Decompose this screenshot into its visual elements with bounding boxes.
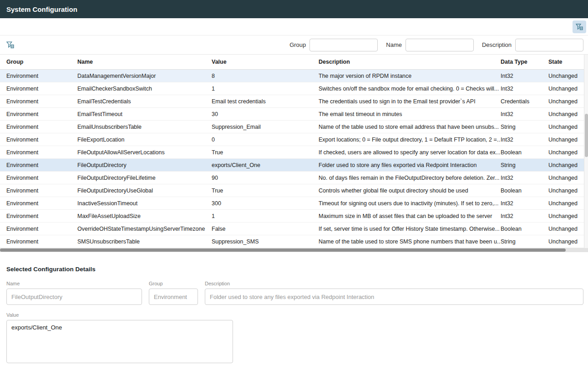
detail-name-label: Name <box>6 281 142 286</box>
detail-group-label: Group <box>149 281 198 286</box>
cell-value: 0 <box>212 137 319 143</box>
cell-name: EmailCheckerSandboxSwitch <box>77 86 212 92</box>
cell-value: exports/Client_One <box>212 162 319 168</box>
cell-group: Environment <box>6 111 77 117</box>
cell-name: SMSUnsubscribersTable <box>77 238 212 245</box>
filter-bar: Group Name Description <box>0 35 588 55</box>
cell-name: EmailTestTimeout <box>77 111 212 117</box>
column-header[interactable]: Value <box>212 59 319 65</box>
table-row[interactable]: EnvironmentFileOutputDirectoryexports/Cl… <box>0 159 588 172</box>
column-header[interactable]: State <box>548 59 583 65</box>
detail-description-input[interactable] <box>205 289 583 305</box>
detail-field-value: Value exports/Client_One <box>6 312 233 363</box>
cell-data_type: String <box>501 124 548 130</box>
cell-state: Unchanged <box>548 162 583 168</box>
cell-group: Environment <box>6 187 77 194</box>
cell-state: Unchanged <box>548 86 583 92</box>
detail-field-name: Name <box>6 281 142 305</box>
cell-data_type: Int32 <box>501 111 548 117</box>
cell-data_type: Boolean <box>501 226 548 232</box>
detail-field-description: Description <box>205 281 583 305</box>
column-header[interactable]: Name <box>77 59 212 65</box>
cell-description: Timeout for signing out users due to ina… <box>319 200 501 207</box>
cell-state: Unchanged <box>548 238 583 245</box>
table-row[interactable]: EnvironmentInactiveSessionTimeout300Time… <box>0 197 588 210</box>
cell-data_type: Int32 <box>501 73 548 79</box>
filter-funnel-icon <box>6 41 14 49</box>
detail-name-input[interactable] <box>6 289 142 305</box>
filter-group-label: Group <box>289 41 306 48</box>
table-row[interactable]: EnvironmentEmailTestTimeout30The email t… <box>0 108 588 121</box>
cell-value: 8 <box>212 73 319 79</box>
table-row[interactable]: EnvironmentOverrideOHStateTimestampUsing… <box>0 223 588 235</box>
table-row[interactable]: EnvironmentEmailTestCredentialsEmail tes… <box>0 95 588 108</box>
cell-description: Export locations; 0 = File output direct… <box>319 137 501 143</box>
cell-group: Environment <box>6 175 77 181</box>
cell-description: The credentials used to sign in to the E… <box>319 98 501 105</box>
column-header[interactable]: Data Type <box>501 59 548 65</box>
table-row[interactable]: EnvironmentMaxFileAssetUploadSize1Maximu… <box>0 210 588 223</box>
cell-name: FileOutputDirectoryUseGlobal <box>77 187 212 194</box>
vertical-scrollbar-thumb[interactable] <box>585 114 588 157</box>
cell-description: Name of the table used to store SMS phon… <box>319 238 501 245</box>
table-row[interactable]: EnvironmentDataManagementVersionMajor8Th… <box>0 70 588 82</box>
cell-state: Unchanged <box>548 137 583 143</box>
table-row[interactable]: EnvironmentFileOutputAllowAllServerLocat… <box>0 146 588 159</box>
cell-description: If checked, users are allowed to specify… <box>319 149 501 156</box>
cell-name: FileOutputDirectoryFileLifetime <box>77 175 212 181</box>
cell-group: Environment <box>6 137 77 143</box>
cell-state: Unchanged <box>548 175 583 181</box>
cell-data_type: Credentials <box>501 98 548 105</box>
filter-group-input[interactable] <box>309 39 378 51</box>
detail-value-textarea[interactable]: exports/Client_One <box>6 320 233 363</box>
cell-name: InactiveSessionTimeout <box>77 200 212 207</box>
detail-description-label: Description <box>205 281 583 286</box>
column-header[interactable]: Description <box>319 59 501 65</box>
table-row[interactable]: EnvironmentSMSUnsubscribersTableSuppress… <box>0 235 588 248</box>
cell-description: Folder used to store any files exported … <box>319 162 501 168</box>
cell-state: Unchanged <box>548 98 583 105</box>
filter-description-label: Description <box>482 41 512 48</box>
cell-name: MaxFileAssetUploadSize <box>77 213 212 219</box>
column-header[interactable]: Group <box>6 59 77 65</box>
filter-description-input[interactable] <box>515 39 583 51</box>
filter-name-input[interactable] <box>406 39 474 51</box>
cell-data_type: Int32 <box>501 86 548 92</box>
horizontal-scrollbar[interactable] <box>0 248 588 252</box>
detail-group-input[interactable] <box>149 289 198 305</box>
cell-description: No. of days files remain in the FileOutp… <box>319 175 501 181</box>
cell-state: Unchanged <box>548 73 583 79</box>
cell-data_type: String <box>501 238 548 245</box>
cell-state: Unchanged <box>548 124 583 130</box>
table-row[interactable]: EnvironmentFileOutputDirectoryFileLifeti… <box>0 172 588 184</box>
table-row[interactable]: EnvironmentFileExportLocation0Export loc… <box>0 133 588 146</box>
cell-description: If set, server time is used for Offer Hi… <box>319 226 501 232</box>
horizontal-scrollbar-thumb[interactable] <box>0 248 566 252</box>
cell-state: Unchanged <box>548 200 583 207</box>
cell-description: Name of the table used to store email ad… <box>319 124 501 130</box>
cell-group: Environment <box>6 162 77 168</box>
table-header-row: GroupNameValueDescriptionData TypeState <box>0 55 588 70</box>
cell-group: Environment <box>6 226 77 232</box>
cell-group: Environment <box>6 86 77 92</box>
filter-group-description: Description <box>482 39 583 51</box>
cell-value: False <box>212 226 319 232</box>
cell-value: True <box>212 149 319 156</box>
cell-data_type: Boolean <box>501 149 548 156</box>
filter-group-group: Group <box>289 39 378 51</box>
cell-state: Unchanged <box>548 187 583 194</box>
table-body: EnvironmentDataManagementVersionMajor8Th… <box>0 70 588 248</box>
cell-value: True <box>212 187 319 194</box>
table-row[interactable]: EnvironmentFileOutputDirectoryUseGlobalT… <box>0 184 588 197</box>
table-row[interactable]: EnvironmentEmailCheckerSandboxSwitch1Swi… <box>0 82 588 95</box>
cell-data_type: Int32 <box>501 213 548 219</box>
table-row[interactable]: EnvironmentEmailUnsubscribersTableSuppre… <box>0 121 588 133</box>
cell-group: Environment <box>6 98 77 105</box>
cell-description: Controls whether global file output dire… <box>319 187 501 194</box>
cell-value: 1 <box>212 213 319 219</box>
filter-toggle-button[interactable] <box>573 20 586 33</box>
cell-name: DataManagementVersionMajor <box>77 73 212 79</box>
cell-state: Unchanged <box>548 226 583 232</box>
detail-field-group: Group <box>149 281 198 305</box>
vertical-scrollbar[interactable] <box>584 55 588 248</box>
